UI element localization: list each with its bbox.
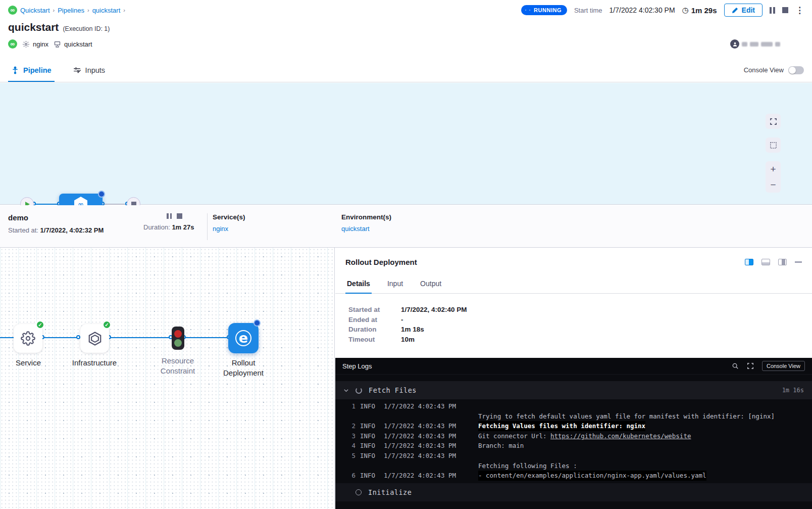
gear-icon <box>22 40 30 48</box>
redacted-text <box>750 42 758 47</box>
service-link[interactable]: nginx <box>213 225 336 233</box>
page-title: quickstart <box>8 21 59 33</box>
edge <box>0 337 14 338</box>
log-rows: 1INFO1/7/2022 4:02:43 PMTrying to fetch … <box>335 399 812 481</box>
logs-console-view-button[interactable]: Console View <box>762 361 805 371</box>
edge <box>42 337 80 338</box>
step-logs-title: Step Logs <box>342 362 372 370</box>
stage-duration: Duration: 1m 27s <box>143 223 200 231</box>
stage-info-name: demo <box>8 213 143 222</box>
title-row: quickstart (Execution ID: 1) <box>8 21 110 33</box>
top-header: ∞ Quickstart › Pipelines › quickstart › … <box>0 0 812 20</box>
tab-output[interactable]: Output <box>419 273 443 293</box>
section-spinner-icon <box>356 387 362 394</box>
log-link[interactable]: https://github.com/kubernetes/website <box>550 432 691 440</box>
stage-info-bar: demo Started at: 1/7/2022, 4:02:32 PM Du… <box>0 205 812 248</box>
logs-fullscreen-icon[interactable] <box>747 362 754 369</box>
stop-execution-button[interactable] <box>782 7 788 13</box>
console-view-label: Console View <box>744 66 784 74</box>
step-graph-canvas[interactable]: ✓ Service ✓ Infrastructure Resource Cons… <box>0 248 335 509</box>
rollout-deployment-icon: e <box>235 330 251 346</box>
pause-execution-button[interactable] <box>770 7 775 14</box>
pending-circle-icon <box>356 489 362 495</box>
clock-icon: ◷ <box>682 6 689 15</box>
services-label: Service(s) <box>213 213 336 221</box>
environment-link[interactable]: quickstart <box>341 225 465 233</box>
step-label-resource-constraint: Resource Constraint <box>153 356 203 377</box>
running-spinner-badge <box>98 191 105 198</box>
step-logs-panel: Step Logs Console View Fetch Files 1m 16… <box>335 358 812 509</box>
log-row: 4INFO1/7/2022 4:02:43 PMBranch: main <box>335 441 812 451</box>
redacted-text <box>742 42 747 47</box>
tab-input[interactable]: Input <box>386 273 404 293</box>
canvas-fullscreen-button[interactable] <box>766 114 781 129</box>
tab-pipeline[interactable]: Pipeline <box>8 58 55 82</box>
traffic-light-green <box>174 339 182 347</box>
detail-row: Timeout10m <box>348 335 812 345</box>
step-node-rollout-deployment[interactable]: e <box>228 323 259 353</box>
harness-logo-icon: ∞ <box>8 39 17 49</box>
traffic-light-red <box>174 330 182 338</box>
layout-bottom-panel-icon[interactable] <box>762 259 770 265</box>
loading-dots-icon: · · <box>525 8 531 13</box>
service-meta[interactable]: nginx <box>22 40 48 48</box>
stage-started-at: Started at: 1/7/2022, 4:02:32 PM <box>8 226 143 234</box>
breadcrumb-pipeline-name[interactable]: quickstart <box>92 7 121 14</box>
log-row: 6INFO1/7/2022 4:02:43 PM- content/en/exa… <box>335 471 812 481</box>
edit-button[interactable]: Edit <box>724 4 763 17</box>
step-node-service[interactable]: ✓ <box>14 324 42 353</box>
step-node-infrastructure[interactable]: ✓ <box>80 324 109 353</box>
log-row: 2INFO1/7/2022 4:02:43 PMFetching Values … <box>335 421 812 431</box>
layout-right-panel-active-icon[interactable] <box>745 259 753 265</box>
layout-side-panel-icon[interactable] <box>778 259 787 265</box>
running-spinner-badge <box>253 319 261 327</box>
detail-row: Duration1m 18s <box>348 325 812 335</box>
canvas-marquee-select-button[interactable] <box>766 137 781 153</box>
minimize-panel-icon[interactable] <box>795 261 802 263</box>
inputs-icon <box>73 66 81 74</box>
tab-details[interactable]: Details <box>345 273 372 293</box>
status-badge: · · RUNNING <box>521 5 567 15</box>
canvas-zoom-controls: + − <box>766 161 781 193</box>
stage-stop-button[interactable] <box>177 213 182 219</box>
breadcrumb-quickstart[interactable]: Quickstart <box>20 7 50 14</box>
chevron-right-icon: › <box>53 7 55 13</box>
breadcrumb-pipelines[interactable]: Pipelines <box>58 7 84 14</box>
log-row: Fetching following Files : <box>335 461 812 471</box>
log-row: 5INFO1/7/2022 4:02:43 PM <box>335 451 812 461</box>
success-check-icon: ✓ <box>103 320 111 329</box>
start-time-value: 1/7/2022 4:02:30 PM <box>610 6 675 14</box>
tab-inputs[interactable]: Inputs <box>70 58 109 82</box>
pipeline-canvas[interactable]: ∞ demo + − <box>0 83 812 205</box>
stage-pause-button[interactable] <box>167 213 172 219</box>
pipeline-icon <box>11 66 19 74</box>
chevron-right-icon: › <box>123 7 125 13</box>
detail-row: Ended at- <box>348 315 812 325</box>
step-node-resource-constraint[interactable] <box>172 327 184 350</box>
section-duration: 1m 16s <box>782 387 804 394</box>
console-view-toggle[interactable] <box>788 66 804 74</box>
connector-dot <box>76 335 80 339</box>
environments-label: Environment(s) <box>341 213 465 221</box>
step-label-infrastructure: Infrastructure <box>62 358 127 368</box>
redacted-text <box>761 42 773 47</box>
step-panel-tabs: Details Input Output <box>335 273 812 294</box>
zoom-out-button[interactable]: − <box>766 177 781 193</box>
environment-meta[interactable]: quickstart <box>54 40 92 48</box>
avatar[interactable] <box>730 39 739 49</box>
step-label-service: Service <box>3 358 54 368</box>
edge <box>184 337 229 338</box>
log-row: 3INFO1/7/2022 4:02:43 PMGit connector Ur… <box>335 431 812 441</box>
details-list: Started at1/7/2022, 4:02:40 PMEnded at-D… <box>335 294 812 344</box>
harness-logo-icon: ∞ <box>8 6 17 15</box>
zoom-in-button[interactable]: + <box>766 161 781 177</box>
edge <box>109 337 172 338</box>
edge-demo-end <box>104 204 127 205</box>
meta-row: ∞ nginx quickstart <box>8 39 92 49</box>
log-section-initialize[interactable]: Initialize <box>335 483 812 501</box>
logs-search-icon[interactable] <box>732 362 739 369</box>
chevron-right-icon: › <box>87 7 89 13</box>
log-section-fetch-files[interactable]: Fetch Files 1m 16s <box>335 381 812 399</box>
redacted-text <box>775 42 780 47</box>
more-options-icon[interactable]: ⋮ <box>795 6 804 15</box>
